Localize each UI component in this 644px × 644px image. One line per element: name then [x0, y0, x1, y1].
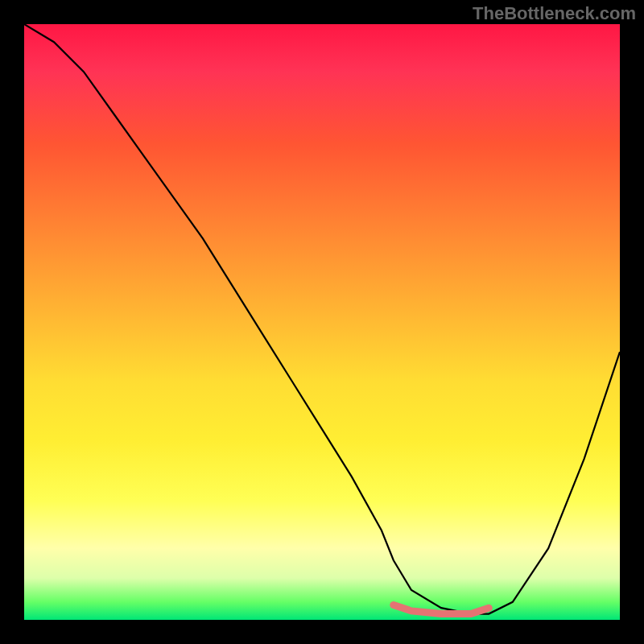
bottleneck-curve-line	[24, 24, 620, 614]
watermark-text: TheBottleneck.com	[473, 3, 636, 24]
optimal-range-line	[394, 605, 489, 614]
chart-plot-area	[24, 24, 620, 620]
chart-svg	[24, 24, 620, 620]
